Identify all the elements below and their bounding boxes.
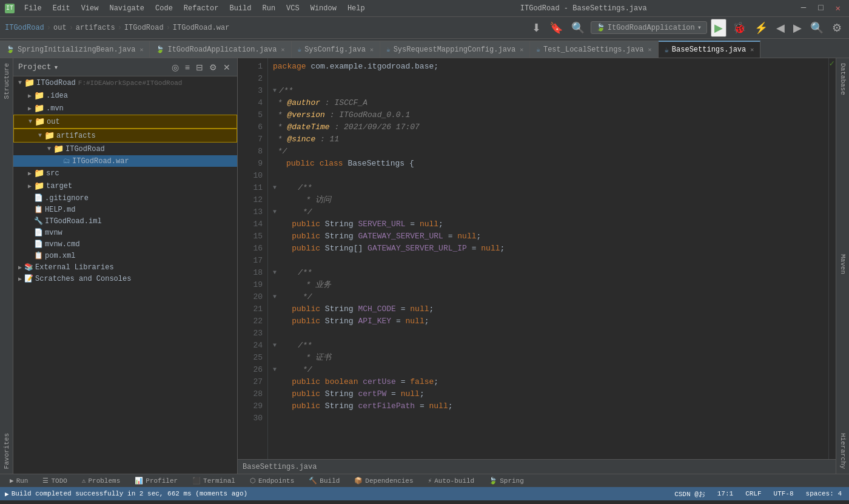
status-linesep[interactable]: CRLF xyxy=(743,490,763,497)
bottom-tab-dependencies[interactable]: 📦 Dependencies xyxy=(349,475,418,486)
breadcrumb-war[interactable]: ITGodRoad.war xyxy=(173,24,230,32)
fold-btn-20[interactable]: ▼ xyxy=(273,291,277,303)
breadcrumb-artifacts[interactable]: artifacts xyxy=(76,24,115,32)
bottom-tab-endpoints[interactable]: ⬡ Endpoints xyxy=(245,475,299,486)
global-search-button[interactable]: 🔍 xyxy=(808,20,826,36)
tab-itgodroad-application[interactable]: 🍃 ItGodRoadApplication.java ✕ xyxy=(150,41,291,58)
menu-run[interactable]: Run xyxy=(257,3,280,14)
tree-artifacts-arrow[interactable]: ▼ xyxy=(36,132,44,139)
maximize-button[interactable]: □ xyxy=(814,2,827,15)
fold-btn-26[interactable]: ▼ xyxy=(273,364,277,376)
bottom-tab-autobuild[interactable]: ⚡ Auto-build xyxy=(423,475,480,486)
tab-close-5[interactable]: ✕ xyxy=(648,46,652,53)
run-configuration[interactable]: 🍃 ItGodRoadApplication ▾ xyxy=(591,21,707,34)
bottom-tab-run[interactable]: ▶ Run xyxy=(5,475,33,486)
tree-external-libraries[interactable]: ▶ 📚 External Libraries xyxy=(13,261,237,273)
tree-scratches[interactable]: ▶ 📝 Scratches and Consoles xyxy=(13,273,237,284)
tree-target[interactable]: ▶ 📁 target xyxy=(13,180,237,192)
fold-btn-13[interactable]: ▼ xyxy=(273,206,277,218)
maven-tab[interactable]: Maven xyxy=(838,249,848,279)
tree-help-md[interactable]: 📋 HELP.md xyxy=(13,204,237,215)
bottom-tab-terminal[interactable]: ⬛ Terminal xyxy=(187,475,240,486)
debug-button[interactable]: 🐞 xyxy=(730,20,748,36)
tree-itgodroad-folder[interactable]: ▼ 📁 ITGodRoad xyxy=(13,143,237,155)
menu-view[interactable]: View xyxy=(76,3,104,14)
tree-mvn-arrow[interactable]: ▶ xyxy=(25,105,34,112)
back-button[interactable]: ◀ xyxy=(774,20,787,36)
minimize-button[interactable]: ─ xyxy=(797,2,810,15)
menu-navigate[interactable]: Navigate xyxy=(104,3,149,14)
tab-close-1[interactable]: ✕ xyxy=(139,46,143,53)
tab-basesettings[interactable]: ☕ BaseSettings.java ✕ xyxy=(659,41,761,58)
tree-itgodroad-folder-arrow[interactable]: ▼ xyxy=(45,146,53,152)
tab-close-6[interactable]: ✕ xyxy=(750,46,754,53)
status-indent[interactable]: spaces: 4 xyxy=(804,490,844,497)
tree-war-file[interactable]: 🗂 ITGodRoad.war xyxy=(13,155,237,167)
tree-idea-arrow[interactable]: ▶ xyxy=(25,92,34,99)
tab-close-4[interactable]: ✕ xyxy=(520,46,523,53)
tree-out-arrow[interactable]: ▼ xyxy=(26,118,35,125)
forward-button[interactable]: ▶ xyxy=(791,20,804,36)
settings-search-button[interactable]: 🔍 xyxy=(569,20,587,36)
close-button[interactable]: ✕ xyxy=(832,2,844,15)
menu-refactor[interactable]: Refactor xyxy=(179,3,224,14)
breadcrumb-itgodroad[interactable]: ITGodRoad xyxy=(124,24,164,32)
structure-tab[interactable]: Structure xyxy=(2,58,12,104)
bottom-tab-build[interactable]: 🔨 Build xyxy=(304,475,344,486)
tree-artifacts[interactable]: ▼ 📁 artifacts xyxy=(13,129,237,143)
tab-sysconfig[interactable]: ☕ SysConfig.java ✕ xyxy=(292,41,380,58)
favorites-tab[interactable]: Favorites xyxy=(2,428,12,474)
tree-idea[interactable]: ▶ 📁 .idea xyxy=(13,89,237,102)
menu-vcs[interactable]: VCS xyxy=(281,3,304,14)
tree-pom-xml[interactable]: 📋 pom.xml xyxy=(13,250,237,261)
project-collapse-btn[interactable]: ⊟ xyxy=(194,62,205,73)
menu-help[interactable]: Help xyxy=(343,3,370,14)
status-position[interactable]: 17:1 xyxy=(715,490,736,497)
project-dropdown-icon[interactable]: ▾ xyxy=(54,62,59,72)
tree-target-arrow[interactable]: ▶ xyxy=(25,183,34,190)
fold-btn-11[interactable]: ▼ xyxy=(273,182,277,194)
tree-mvnw[interactable]: 📄 mvnw xyxy=(13,227,237,238)
run-button[interactable]: ▶ xyxy=(711,19,727,37)
fold-btn-3[interactable]: ▼ xyxy=(273,85,277,97)
tree-src-arrow[interactable]: ▶ xyxy=(25,170,34,177)
tree-out[interactable]: ▼ 📁 out xyxy=(13,115,237,129)
tree-root[interactable]: ▼ 📁 ITGodRoad F:#IDEAWorkSpace#ITGodRoad xyxy=(13,76,237,89)
bottom-tab-profiler[interactable]: 📊 Profiler xyxy=(130,475,183,486)
tree-mvn[interactable]: ▶ 📁 .mvn xyxy=(13,102,237,115)
tree-mvnw-cmd[interactable]: 📄 mvnw.cmd xyxy=(13,238,237,250)
tab-test-localsettings[interactable]: ☕ Test_LocalSettings.java ✕ xyxy=(530,41,658,58)
project-expand-btn[interactable]: ≡ xyxy=(183,62,192,73)
bottom-tab-spring[interactable]: 🍃 Spring xyxy=(484,475,529,486)
coverage-button[interactable]: ⚡ xyxy=(752,20,770,36)
project-scroll-to-btn[interactable]: ◎ xyxy=(170,62,181,73)
breadcrumb-root[interactable]: ITGodRoad xyxy=(5,24,44,32)
tree-root-arrow[interactable]: ▼ xyxy=(16,79,24,86)
tree-scratches-arrow[interactable]: ▶ xyxy=(16,275,24,283)
bottom-tab-todo[interactable]: ☰ TODO xyxy=(38,475,72,486)
bottom-tab-problems[interactable]: ⚠ Problems xyxy=(77,475,125,486)
project-close-btn[interactable]: ✕ xyxy=(221,62,232,73)
fold-btn-24[interactable]: ▼ xyxy=(273,340,277,352)
menu-code[interactable]: Code xyxy=(150,3,178,14)
code-content[interactable]: package com.example.itgodroad.base; ▼/**… xyxy=(268,58,828,459)
status-encoding[interactable]: UTF-8 xyxy=(771,490,796,497)
breadcrumb-out[interactable]: out xyxy=(53,24,67,32)
menu-build[interactable]: Build xyxy=(224,3,256,14)
tree-ext-arrow[interactable]: ▶ xyxy=(16,264,24,271)
menu-edit[interactable]: Edit xyxy=(48,3,75,14)
tab-spring-initializing-bean[interactable]: 🍃 SpringInitializingBean.java ✕ xyxy=(0,41,150,58)
tree-iml[interactable]: 🔧 ITGodRoad.iml xyxy=(13,215,237,227)
fold-btn-18[interactable]: ▼ xyxy=(273,267,277,279)
menu-window[interactable]: Window xyxy=(306,3,341,14)
tree-src[interactable]: ▶ 📁 src xyxy=(13,167,237,180)
tab-close-3[interactable]: ✕ xyxy=(370,46,374,53)
tab-close-2[interactable]: ✕ xyxy=(281,46,285,53)
tab-sysrequestmapping[interactable]: ☕ SysRequestMappingConfig.java ✕ xyxy=(380,41,530,58)
project-settings-btn[interactable]: ⚙ xyxy=(207,62,219,73)
menu-file[interactable]: File xyxy=(19,3,47,14)
database-tab[interactable]: Database xyxy=(838,58,848,100)
settings-button[interactable]: ⚙ xyxy=(830,20,844,36)
bookmark-button[interactable]: 🔖 xyxy=(547,20,565,36)
git-update-button[interactable]: ⬇ xyxy=(529,20,543,36)
